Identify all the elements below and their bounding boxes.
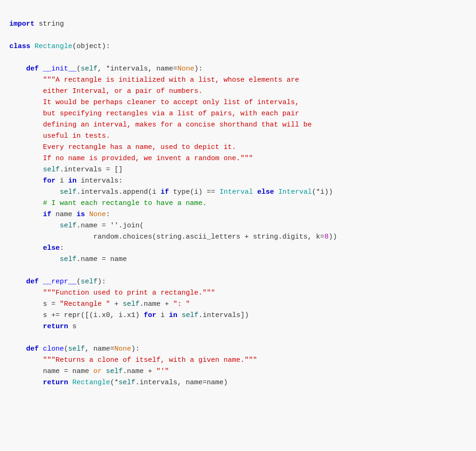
keyword-return-clone: return: [43, 379, 68, 387]
keyword-class: class: [9, 42, 30, 50]
comment-1: # I want each rectangle to have a name.: [43, 199, 207, 207]
param-self-1: self: [81, 65, 98, 73]
string-colon: ": ": [173, 300, 190, 308]
rectangle-clone-call: Rectangle: [72, 379, 110, 387]
docstring-1: """A rectangle is initialized with a lis…: [9, 76, 312, 162]
default-none-2: None: [114, 345, 131, 353]
func-clone: clone: [43, 345, 64, 353]
class-name: Rectangle: [35, 42, 72, 50]
num-8: 8: [324, 233, 329, 241]
interval-call: Interval: [278, 188, 312, 196]
keyword-return-repr: return: [43, 323, 68, 331]
func-repr: __repr__: [43, 278, 77, 286]
default-none-1: None: [177, 65, 194, 73]
self-name-repr: self: [123, 300, 140, 308]
self-name-else: self: [60, 255, 77, 263]
param-self-3: self: [68, 345, 85, 353]
keyword-in-repr: in: [169, 311, 177, 319]
keyword-if-inline: if: [161, 188, 169, 196]
keyword-def-3: def: [26, 345, 39, 353]
keyword-for-repr: for: [144, 311, 156, 319]
keyword-for: for: [43, 177, 56, 185]
string-rectangle: "Rectangle ": [60, 300, 110, 308]
class-interval: Interval: [219, 188, 253, 196]
keyword-def-2: def: [26, 278, 39, 286]
self-intervals-assign: self: [43, 166, 60, 174]
keyword-is: is: [77, 211, 85, 218]
self-intervals-repr: self: [182, 311, 198, 319]
self-intervals-append: self: [60, 188, 77, 196]
keyword-import: import: [9, 20, 35, 28]
self-intervals-clone: self: [119, 379, 135, 387]
keyword-def-1: def: [26, 65, 39, 73]
docstring-3: """Returns a clone of itself, with a giv…: [43, 356, 257, 364]
string-apostrophe: "'": [156, 367, 169, 375]
func-init: __init__: [43, 65, 77, 73]
code-viewer: import string class Rectangle(object): d…: [9, 7, 467, 388]
none-keyword: None: [89, 211, 106, 218]
docstring-2: """Function used to print a rectangle.""…: [43, 289, 215, 297]
keyword-if-name: if: [43, 211, 51, 218]
param-self-2: self: [81, 278, 98, 286]
keyword-else: else: [43, 244, 60, 252]
keyword-else-inline: else: [257, 188, 274, 196]
keyword-in: in: [68, 177, 77, 185]
keyword-or: or: [93, 367, 102, 375]
self-name-assign: self: [60, 222, 77, 230]
self-name-clone: self: [106, 367, 123, 375]
